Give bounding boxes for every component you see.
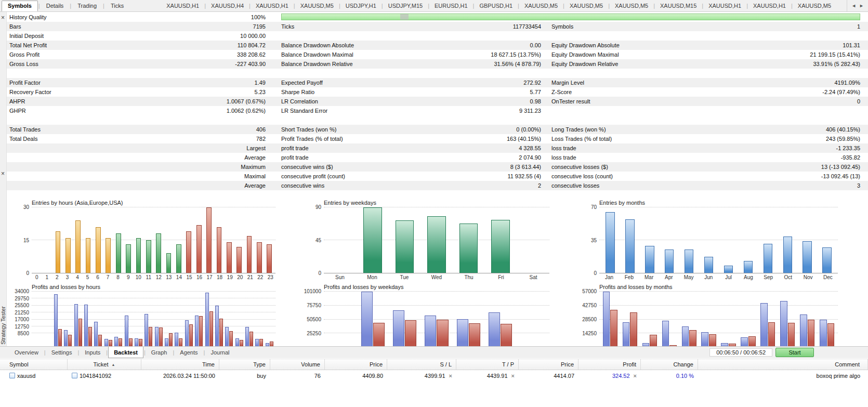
plot-area xyxy=(599,292,838,346)
value-bar xyxy=(217,227,222,273)
stat-label: profit trade xyxy=(266,153,401,162)
remove-icon[interactable]: × xyxy=(634,373,637,379)
chart-window-tab[interactable]: XAUUSD,M5 xyxy=(520,3,562,9)
column-header-change[interactable]: Change xyxy=(641,359,698,370)
stat-value: 18 627.15 (13.75%) xyxy=(401,50,541,59)
scroll-right-icon[interactable]: ► xyxy=(859,3,864,8)
y-tick-label: 8500 xyxy=(18,331,29,336)
column-header-take-profit[interactable]: T / P xyxy=(456,359,519,370)
tester-tab-agents[interactable]: Agents xyxy=(175,347,203,358)
column-header-stop-loss[interactable]: S / L xyxy=(387,359,456,370)
category-slot xyxy=(83,207,93,273)
chart-window-tab[interactable]: XAUUSD,H1 xyxy=(162,3,204,9)
chart-window-tab[interactable]: XAUUSD,M15 xyxy=(655,3,701,9)
y-tick-label: 29750 xyxy=(15,296,29,301)
profit-bar xyxy=(780,301,787,346)
value-bar xyxy=(665,250,674,273)
stat-value: 8 (3 613.44) xyxy=(401,162,541,172)
tester-tab-inputs[interactable]: Inputs xyxy=(80,347,106,358)
bar-slots xyxy=(599,292,838,346)
trade-table-row[interactable]: xauusd10418410922026.03.24 11:50:00buy76… xyxy=(0,370,868,381)
tab-trading[interactable]: Trading xyxy=(72,1,102,10)
column-header-volume[interactable]: Volume xyxy=(270,359,325,370)
y-tick-label: 57000 xyxy=(582,289,597,294)
chart-window-tab[interactable]: EURUSD,H1 xyxy=(430,3,472,9)
profit-bar xyxy=(74,304,78,346)
charts-grid: Entries by hours (Asia,Europe,USA)015300… xyxy=(7,196,868,346)
chart-window-tab[interactable]: XAUUSD,H1 xyxy=(704,3,746,9)
close-icon[interactable]: × xyxy=(1,171,5,176)
chart-window-tab[interactable]: XAUUSD,M5 xyxy=(793,3,836,9)
x-tick-label: 4 xyxy=(72,273,83,281)
column-header-profit[interactable]: Profit xyxy=(578,359,641,370)
category-slot xyxy=(184,207,194,273)
category-slot xyxy=(660,292,679,346)
x-tick-label: 3 xyxy=(62,273,73,281)
tab-details[interactable]: Details xyxy=(41,1,70,10)
tester-tab-backtest[interactable]: Backtest xyxy=(108,347,143,358)
tester-tab-settings[interactable]: Settings xyxy=(46,347,77,358)
tester-tab-journal[interactable]: Journal xyxy=(205,347,234,358)
chart-window-tab[interactable]: GBPUSD,H1 xyxy=(475,3,517,9)
column-header-open-price[interactable]: Price xyxy=(325,359,387,370)
tab-symbols[interactable]: Symbols xyxy=(2,1,38,11)
x-tick-label: May xyxy=(679,273,699,281)
chart-plot: 04590 xyxy=(304,207,554,273)
chart-window-tab[interactable]: XAUUSD,M5 xyxy=(610,3,653,9)
chart-window-tab[interactable]: USDJPY,H1 xyxy=(341,3,381,9)
y-tick-label: 12750 xyxy=(15,324,29,330)
profit-bar xyxy=(135,338,138,346)
column-header-type[interactable]: Type xyxy=(219,359,270,370)
x-tick-label: Sun xyxy=(324,273,356,281)
chart-window-tab[interactable]: XAUUSD,M5 xyxy=(565,3,608,9)
close-icon[interactable]: × xyxy=(1,15,5,20)
chart-window-tab[interactable]: XAUUSD,M5 xyxy=(296,3,338,9)
y-tick-label: 15 xyxy=(23,238,29,243)
column-header-open-time[interactable]: Time xyxy=(141,359,219,370)
tester-tab-graph[interactable]: Graph xyxy=(146,347,173,358)
chart-title: Entries by hours (Asia,Europe,USA) xyxy=(32,200,280,207)
scroll-left-icon[interactable]: ◄ xyxy=(851,3,856,8)
column-header-ticket[interactable]: Ticket▲ xyxy=(68,359,141,370)
loss-bar xyxy=(249,332,253,346)
value-bar xyxy=(196,225,202,273)
chart-window-tab[interactable]: XAUUSD,H1 xyxy=(748,3,791,9)
start-button[interactable]: Start xyxy=(775,348,814,357)
column-header-comment[interactable]: Comment xyxy=(698,359,868,370)
x-tick-label: 15 xyxy=(184,273,194,281)
column-label: Type xyxy=(253,361,266,367)
y-tick-label: 90 xyxy=(315,205,321,210)
remove-icon[interactable]: × xyxy=(449,373,452,379)
stat-value: 5.77 xyxy=(401,87,541,97)
tester-tab-overview[interactable]: Overview xyxy=(9,347,44,358)
position-icon xyxy=(72,373,77,378)
x-tick-label: 12 xyxy=(154,273,164,281)
top-tabbar: Symbols|Details|Trading|Ticks XAUUSD,H1|… xyxy=(0,0,868,12)
tab-ticks[interactable]: Ticks xyxy=(105,1,129,10)
x-tick-label: Oct xyxy=(778,273,798,281)
tab-scroll-controls: ◄ ► xyxy=(847,0,868,11)
category-slot xyxy=(134,292,143,346)
y-tick-label: 25250 xyxy=(307,331,321,336)
x-tick-label: Apr xyxy=(659,273,679,281)
column-header-symbol[interactable]: Symbol xyxy=(0,359,68,370)
y-tick-label: 0 xyxy=(26,271,29,276)
chart-window-tab[interactable]: XAUUSD,H1 xyxy=(251,3,293,9)
value-bar xyxy=(166,253,172,273)
x-tick-label: Jun xyxy=(699,273,718,281)
stat-label: GHPR xyxy=(7,106,131,115)
x-tick-label: 17 xyxy=(204,273,215,281)
column-header-current-price[interactable]: Price xyxy=(519,359,578,370)
value-bar xyxy=(96,227,101,273)
category-slot xyxy=(73,207,83,273)
chart-title: Profits and losses by weekdays xyxy=(324,284,554,292)
sort-asc-icon: ▲ xyxy=(112,363,115,366)
stat-value: 33.91% (5 282.43) xyxy=(671,59,868,69)
chart-window-tab[interactable]: USDJPY,M15 xyxy=(384,3,427,9)
x-tick-label: 0 xyxy=(32,273,42,281)
remove-icon[interactable]: × xyxy=(511,373,515,379)
category-slot xyxy=(204,207,214,273)
category-slot xyxy=(453,292,484,346)
x-tick-label: 14 xyxy=(174,273,185,281)
chart-window-tab[interactable]: XAUUSD,H4 xyxy=(206,3,248,9)
